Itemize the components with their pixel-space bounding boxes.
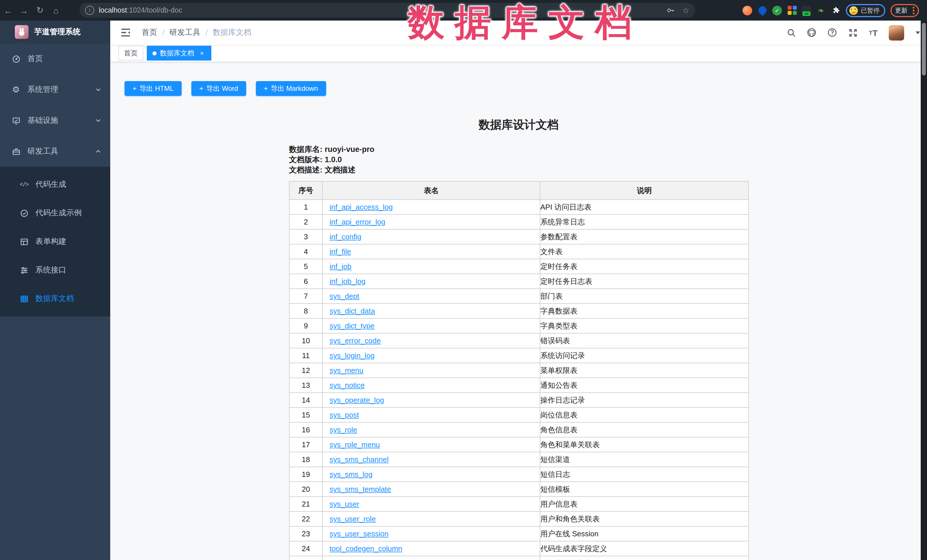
extension-leaf-icon[interactable]: ❧ <box>816 5 826 15</box>
table-name-link[interactable]: sys_dict_type <box>323 322 375 330</box>
sidebar-item-form-builder[interactable]: 表单构建 <box>0 227 110 256</box>
sidebar-item-system-api[interactable]: 系统接口 <box>0 256 110 284</box>
table-name-link[interactable]: sys_menu <box>323 366 363 375</box>
table-name-link[interactable]: inf_config <box>323 232 361 241</box>
table-name-link[interactable]: sys_role_menu <box>323 440 380 449</box>
screen: ← → ↻ ⌂ i localhost:1024/tool/db-doc ☆ ✓… <box>0 0 927 560</box>
breadcrumb-home[interactable]: 首页 <box>142 27 157 38</box>
user-menu-caret-icon[interactable] <box>916 31 920 34</box>
table-name-link[interactable]: sys_notice <box>323 381 365 390</box>
doc-meta-line: 文档版本:1.0.0 <box>289 155 374 165</box>
table-row: 11 sys_login_log 系统访问记录 <box>289 348 749 363</box>
export-html-button[interactable]: + 导出 HTML <box>125 81 182 96</box>
plus-icon: + <box>132 85 137 93</box>
table-row: 24 tool_codegen_column 代码生成表字段定义 <box>289 541 749 556</box>
table-name-link[interactable]: inf_job <box>323 262 351 271</box>
tag-home[interactable]: 首页 <box>118 46 143 61</box>
key-icon[interactable] <box>666 6 675 15</box>
sidebar-item-home[interactable]: 首页 <box>0 43 110 74</box>
active-dot-icon <box>152 51 157 55</box>
table-name-link[interactable]: inf_job_log <box>323 277 366 285</box>
col-header-desc: 说明 <box>540 181 749 200</box>
sidebar-item-devtools[interactable]: 研发工具 <box>0 136 110 167</box>
search-icon[interactable] <box>786 27 796 38</box>
sidebar-item-db-doc[interactable]: 数据库文档 <box>0 284 110 313</box>
app-title: 芋道管理系统 <box>34 27 81 37</box>
table-name-link[interactable]: sys_user_role <box>323 514 376 523</box>
extension-on-icon[interactable]: on <box>802 6 811 15</box>
site-info-icon[interactable]: i <box>85 6 94 15</box>
recorder-paused-badge[interactable]: 已暂停 <box>846 4 885 17</box>
table-name-link[interactable]: sys_sms_channel <box>323 455 389 464</box>
table-name-link[interactable]: sys_dict_data <box>323 307 375 315</box>
col-header-no: 序号 <box>289 181 322 200</box>
page-scrollbar[interactable] <box>921 21 927 560</box>
extension-pin-icon[interactable] <box>757 5 767 15</box>
circle-check-icon <box>20 208 29 218</box>
update-label: 更新 <box>895 6 907 15</box>
breadcrumb-devtools[interactable]: 研发工具 <box>170 27 201 38</box>
table-name-link[interactable]: inf_api_access_log <box>323 203 393 211</box>
breadcrumb: 首页 / 研发工具 / 数据库文档 <box>142 27 251 38</box>
sidebar-item-label: 代码生成示例 <box>35 208 82 218</box>
export-toolbar: + 导出 HTML + 导出 Word + 导出 Markdown <box>125 81 326 96</box>
table-row: 4 inf_file 文件表 <box>289 244 749 259</box>
table-name-link[interactable]: sys_post <box>323 411 359 419</box>
table-name-link[interactable]: sys_role <box>323 425 357 434</box>
table-name-link[interactable]: sys_dept <box>323 292 359 300</box>
sidebar-collapse-icon[interactable] <box>120 27 131 38</box>
extensions-puzzle-icon[interactable] <box>831 5 841 15</box>
sidebar-submenu-devtools: </> 代码生成 代码生成示例 表单构建 <box>0 167 110 316</box>
browser-reload-icon[interactable]: ↻ <box>32 5 48 15</box>
plus-icon: + <box>199 85 203 93</box>
table-name-link[interactable]: inf_file <box>323 247 351 256</box>
table-name-link[interactable]: sys_user <box>323 500 359 508</box>
table-row: 23 sys_user_session 用户在线 Session <box>289 526 749 541</box>
table-name-link[interactable]: inf_api_error_log <box>323 218 385 226</box>
tag-close-icon[interactable]: × <box>198 49 206 57</box>
sidebar-item-label: 系统接口 <box>35 265 66 275</box>
font-size-icon[interactable]: TT <box>868 27 878 38</box>
help-icon[interactable] <box>827 27 837 38</box>
fullscreen-icon[interactable] <box>848 27 858 38</box>
table-name-link[interactable]: sys_user_session <box>323 530 389 538</box>
table-row: 8 sys_dict_data 字典数据表 <box>289 304 749 319</box>
sidebar-item-infrastructure[interactable]: 基础设施 <box>0 105 110 136</box>
table-row: 6 inf_job_log 定时任务日志表 <box>289 274 749 289</box>
sidebar-item-codegen-demo[interactable]: 代码生成示例 <box>0 199 110 227</box>
extension-orange-icon[interactable] <box>743 5 752 15</box>
table-name-link[interactable]: sys_sms_log <box>323 470 372 479</box>
code-icon: </> <box>20 180 29 189</box>
github-icon[interactable] <box>807 27 817 38</box>
extension-grid-icon[interactable] <box>787 5 797 15</box>
table-name-link[interactable]: sys_error_code <box>323 336 381 345</box>
table-row: 3 inf_config 参数配置表 <box>289 229 749 244</box>
extension-check-icon[interactable]: ✓ <box>772 5 782 15</box>
browser-home-icon[interactable]: ⌂ <box>48 5 64 15</box>
app-window: 芋道管理系统 首页 ⚙ 系统管理 基础设施 <box>0 21 927 560</box>
url-host: localhost <box>99 6 127 14</box>
export-word-button[interactable]: + 导出 Word <box>191 81 246 96</box>
table-row: 19 sys_sms_log 短信日志 <box>289 467 749 482</box>
browser-update-button[interactable]: 更新 <box>891 4 919 17</box>
chevron-down-icon <box>96 118 101 123</box>
table-row: 1 inf_api_access_log API 访问日志表 <box>289 200 749 214</box>
table-name-link[interactable]: sys_operate_log <box>323 396 384 404</box>
table-row: 9 sys_dict_type 字典类型表 <box>289 319 749 333</box>
sidebar-item-codegen[interactable]: </> 代码生成 <box>0 170 110 199</box>
scrollbar-thumb[interactable] <box>922 23 926 75</box>
table-row: 14 sys_operate_log 操作日志记录 <box>289 393 749 408</box>
app-logo-row[interactable]: 芋道管理系统 <box>0 21 110 43</box>
doc-meta-line: 数据库名:ruoyi-vue-pro <box>289 144 374 155</box>
browser-forward-icon[interactable]: → <box>16 5 32 15</box>
tag-db-doc[interactable]: 数据库文档 × <box>147 46 211 61</box>
table-name-link[interactable]: sys_sms_template <box>323 485 391 493</box>
sidebar-item-system[interactable]: ⚙ 系统管理 <box>0 74 110 105</box>
browser-back-icon[interactable]: ← <box>0 5 16 15</box>
user-avatar[interactable] <box>889 25 904 40</box>
bookmark-star-icon[interactable]: ☆ <box>682 6 689 15</box>
browser-menu-icon[interactable] <box>913 6 915 14</box>
table-name-link[interactable]: sys_login_log <box>323 351 375 360</box>
export-markdown-button[interactable]: + 导出 Markdown <box>256 81 326 96</box>
table-name-link[interactable]: tool_codegen_column <box>323 544 402 553</box>
